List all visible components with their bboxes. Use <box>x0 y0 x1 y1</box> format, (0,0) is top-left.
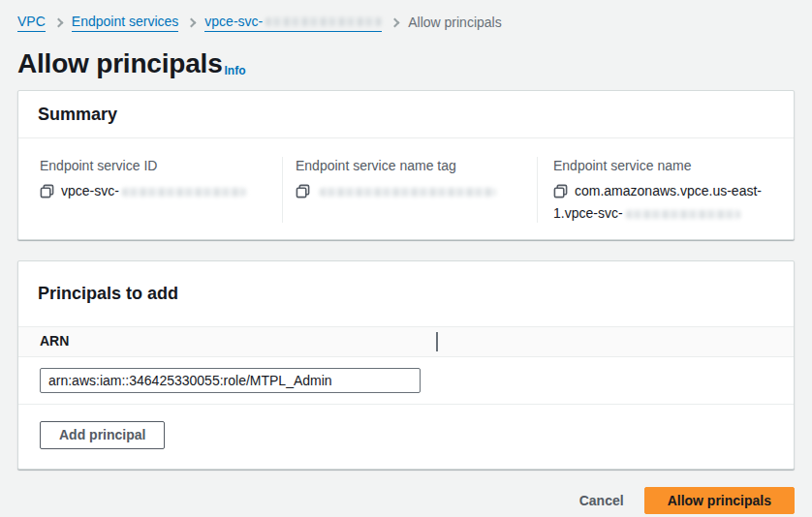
column-header-arn: ARN <box>40 333 69 349</box>
arn-input-row <box>18 357 794 405</box>
cancel-button[interactable]: Cancel <box>579 487 624 514</box>
copy-icon[interactable] <box>40 184 54 203</box>
breadcrumb-separator-icon <box>390 17 400 27</box>
page-title: Allow principals <box>17 48 223 79</box>
summary-card: Summary Endpoint service ID vpce-svc- En… <box>17 90 795 240</box>
arn-input[interactable] <box>40 368 421 393</box>
breadcrumb-current-page: Allow principals <box>408 14 501 31</box>
principals-card-footer: Add principal <box>18 405 794 469</box>
redacted-value <box>122 188 246 197</box>
summary-card-header: Summary <box>18 91 794 138</box>
breadcrumb-link-vpc[interactable]: VPC <box>17 13 46 32</box>
breadcrumb-service-id-prefix: vpce-svc- <box>204 13 263 30</box>
summary-field-endpoint-service-name-tag: Endpoint service name tag <box>282 157 537 223</box>
summary-field-endpoint-service-id: Endpoint service ID vpce-svc- <box>18 157 282 223</box>
column-resize-handle[interactable] <box>436 332 438 351</box>
field-value: vpce-svc- <box>40 181 266 203</box>
copy-icon[interactable] <box>553 184 568 203</box>
principals-card-header: Principals to add <box>18 261 794 326</box>
breadcrumb: VPC Endpoint services vpce-svc- Allow pr… <box>17 13 795 32</box>
summary-grid: Endpoint service ID vpce-svc- Endpoint s… <box>18 138 794 239</box>
copy-icon[interactable] <box>296 184 310 203</box>
field-label: Endpoint service name tag <box>296 157 521 174</box>
summary-field-endpoint-service-name: Endpoint service name com.amazonaws.vpce… <box>537 157 794 223</box>
page-title-row: Allow principals Info <box>17 48 795 79</box>
breadcrumb-separator-icon <box>187 17 197 27</box>
table-header-row: ARN <box>18 326 794 357</box>
allow-principals-button[interactable]: Allow principals <box>644 487 795 514</box>
info-link[interactable]: Info <box>225 64 246 77</box>
field-label: Endpoint service ID <box>40 157 266 174</box>
breadcrumb-separator-icon <box>53 17 63 27</box>
field-label: Endpoint service name <box>553 157 778 174</box>
redacted-value <box>626 210 740 219</box>
redacted-value <box>265 17 382 26</box>
allow-principals-page: VPC Endpoint services vpce-svc- Allow pr… <box>0 0 812 517</box>
breadcrumb-link-endpoint-services[interactable]: Endpoint services <box>72 13 179 32</box>
redacted-value <box>320 188 496 197</box>
field-value: com.amazonaws.vpce.us-east-1.vpce-svc- <box>553 181 778 223</box>
add-principal-button[interactable]: Add principal <box>40 421 165 449</box>
endpoint-service-id-value: vpce-svc- <box>61 183 119 198</box>
field-value <box>296 181 521 203</box>
breadcrumb-link-service-id[interactable]: vpce-svc- <box>204 13 382 32</box>
summary-heading: Summary <box>38 104 774 125</box>
principals-to-add-card: Principals to add ARN Add principal <box>17 260 795 470</box>
footer-actions: Cancel Allow principals <box>17 487 795 514</box>
principals-heading: Principals to add <box>38 283 774 304</box>
